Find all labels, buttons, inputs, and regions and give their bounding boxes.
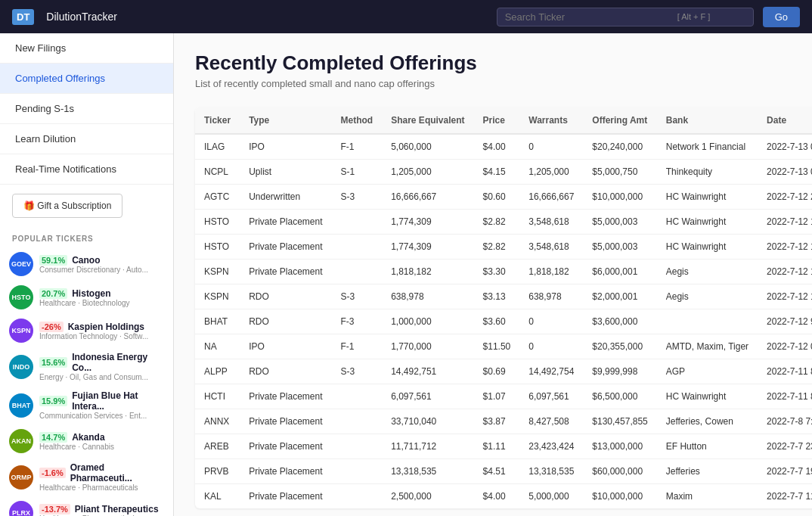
table-cell: $3.30 <box>474 260 520 284</box>
ticker-desc: Healthcare · Pharmaceuticals <box>39 483 164 492</box>
table-col-header: Price <box>474 107 520 134</box>
ticker-info: -26% Kaspien Holdings Information Techno… <box>39 322 164 340</box>
table-cell: $0.69 <box>474 359 520 384</box>
ticker-name: Canoo <box>72 255 100 266</box>
table-cell: AGP <box>657 359 758 384</box>
table-cell <box>332 210 383 235</box>
table-cell: HC Wainwright <box>657 185 758 210</box>
ticker-item[interactable]: AKAN 14.7% Akanda Healthcare · Cannabis <box>0 424 173 458</box>
table-col-header: Offering Amt <box>583 107 656 134</box>
main-layout: New FilingsCompleted OfferingsPending S-… <box>0 33 812 516</box>
ticker-desc: Consumer Discretionary · Auto... <box>39 266 164 274</box>
table-cell: 638,978 <box>382 284 473 309</box>
table-header-row: TickerTypeMethodShare EquivalentPriceWar… <box>195 107 812 134</box>
table-cell: 14,492,751 <box>382 359 473 384</box>
ticker-item[interactable]: PLRX -13.7% Pliant Therapeutics Healthca… <box>0 496 173 516</box>
ticker-name: Akanda <box>72 432 104 443</box>
sidebar-nav-item[interactable]: Pending S-1s <box>0 94 173 124</box>
table-cell: S-3 <box>332 284 383 309</box>
ticker-avatar: PLRX <box>9 501 33 516</box>
ticker-top: -1.6% Oramed Pharmaceuti... <box>39 462 164 483</box>
ticker-item[interactable]: INDO 15.6% Indonesia Energy Co... Energy… <box>0 347 173 386</box>
table-body: ILAGIPOF-15,060,000$4.000$20,240,000Netw… <box>195 134 812 508</box>
table-cell: HCTI <box>195 384 240 409</box>
ticker-avatar: KSPN <box>9 319 33 343</box>
table-cell: 6,097,561 <box>382 384 473 409</box>
ticker-desc: Energy · Oil, Gas and Consum... <box>39 373 164 381</box>
ticker-change: -1.6% <box>39 468 66 478</box>
gift-subscription-button[interactable]: 🎁 Gift a Subscription <box>12 194 122 218</box>
table-cell: Private Placement <box>240 459 331 484</box>
table-cell: ANNX <box>195 409 240 434</box>
table-cell: Private Placement <box>240 210 331 235</box>
ticker-top: 59.1% Canoo <box>39 255 164 266</box>
search-box: [ Alt + F ] <box>497 8 754 26</box>
table-cell: HSTO <box>195 210 240 235</box>
ticker-item[interactable]: ORMP -1.6% Oramed Pharmaceuti... Healthc… <box>0 458 173 496</box>
top-nav: DT DilutionTracker [ Alt + F ] Go <box>0 0 812 33</box>
ticker-item[interactable]: BHAT 15.9% Fujian Blue Hat Intera... Com… <box>0 386 173 424</box>
table-cell: $60,000,000 <box>583 459 656 484</box>
table-cell: 2022-7-12 11:40 <box>758 210 812 235</box>
table-row: BHATRDOF-31,000,000$3.600$3,600,0002022-… <box>195 309 812 334</box>
table-cell: $4.51 <box>474 459 520 484</box>
table-cell: $2.82 <box>474 210 520 235</box>
go-button[interactable]: Go <box>763 7 800 27</box>
table-cell: 2022-7-7 23:05 <box>758 434 812 459</box>
ticker-top: 15.9% Fujian Blue Hat Intera... <box>39 390 164 412</box>
ticker-list: GOEV 59.1% Canoo Consumer Discretionary … <box>0 247 173 516</box>
sidebar-nav-item[interactable]: Real-Time Notifications <box>0 154 173 185</box>
table-cell: 13,318,535 <box>382 459 473 484</box>
ticker-change: 15.6% <box>39 357 67 368</box>
table-cell: 1,774,309 <box>382 210 473 235</box>
ticker-change: 20.7% <box>39 288 67 299</box>
search-hint: [ Alt + F ] <box>677 12 711 21</box>
table-cell: KSPN <box>195 284 240 309</box>
table-row: HSTOPrivate Placement1,774,309$2.823,548… <box>195 235 812 260</box>
table-cell: Private Placement <box>240 384 331 409</box>
ticker-avatar: AKAN <box>9 429 33 453</box>
ticker-avatar: ORMP <box>9 465 33 490</box>
table-cell: 1,205,000 <box>382 160 473 185</box>
sidebar-nav-item[interactable]: New Filings <box>0 33 173 64</box>
sidebar-nav-item[interactable]: Learn Dilution <box>0 124 173 154</box>
ticker-item[interactable]: KSPN -26% Kaspien Holdings Information T… <box>0 314 173 347</box>
table-cell: 2022-7-12 11:10 <box>758 260 812 284</box>
table-cell: 2022-7-11 8:31 <box>758 359 812 384</box>
ticker-info: 20.7% Histogen Healthcare · Biotechnolog… <box>39 288 164 307</box>
table-cell: $4.15 <box>474 160 520 185</box>
table-cell: $4.00 <box>474 134 520 160</box>
table-cell: 14,492,754 <box>519 359 583 384</box>
ticker-top: 15.6% Indonesia Energy Co... <box>39 352 164 373</box>
main-content: Recently Completed Offerings List of rec… <box>174 33 812 516</box>
table-cell: 2022-7-7 11:40 <box>758 484 812 509</box>
table-cell: $0.60 <box>474 185 520 210</box>
table-cell: $3.13 <box>474 284 520 309</box>
table-cell: $4.00 <box>474 484 520 509</box>
ticker-item[interactable]: HSTO 20.7% Histogen Healthcare · Biotech… <box>0 281 173 314</box>
table-cell: $10,000,000 <box>583 185 656 210</box>
ticker-desc: Healthcare · Cannabis <box>39 443 164 451</box>
table-cell: F-3 <box>332 309 383 334</box>
search-input[interactable] <box>505 11 671 23</box>
table-cell: 5,060,000 <box>382 134 473 160</box>
table-row: ILAGIPOF-15,060,000$4.000$20,240,000Netw… <box>195 134 812 160</box>
ticker-item[interactable]: GOEV 59.1% Canoo Consumer Discretionary … <box>0 247 173 281</box>
table-cell: Private Placement <box>240 434 331 459</box>
table-cell: 13,318,535 <box>519 459 583 484</box>
table-cell: $10,000,000 <box>583 484 656 509</box>
table-col-header: Date <box>758 107 812 134</box>
table-cell: Private Placement <box>240 484 331 509</box>
table-col-header: Warrants <box>519 107 583 134</box>
table-row: AREBPrivate Placement11,711,712$1.1123,4… <box>195 434 812 459</box>
table-cell: $11.50 <box>474 334 520 359</box>
ticker-name: Pliant Therapeutics <box>75 504 159 514</box>
table-cell: 638,978 <box>519 284 583 309</box>
table-row: NCPLUplistS-11,205,000$4.151,205,000$5,0… <box>195 160 812 185</box>
ticker-top: -26% Kaspien Holdings <box>39 322 164 332</box>
table-cell: Private Placement <box>240 235 331 260</box>
ticker-info: 15.9% Fujian Blue Hat Intera... Communic… <box>39 390 164 420</box>
sidebar-nav-item[interactable]: Completed Offerings <box>0 64 173 94</box>
table-row: HCTIPrivate Placement6,097,561$1.076,097… <box>195 384 812 409</box>
table-cell <box>332 260 383 284</box>
